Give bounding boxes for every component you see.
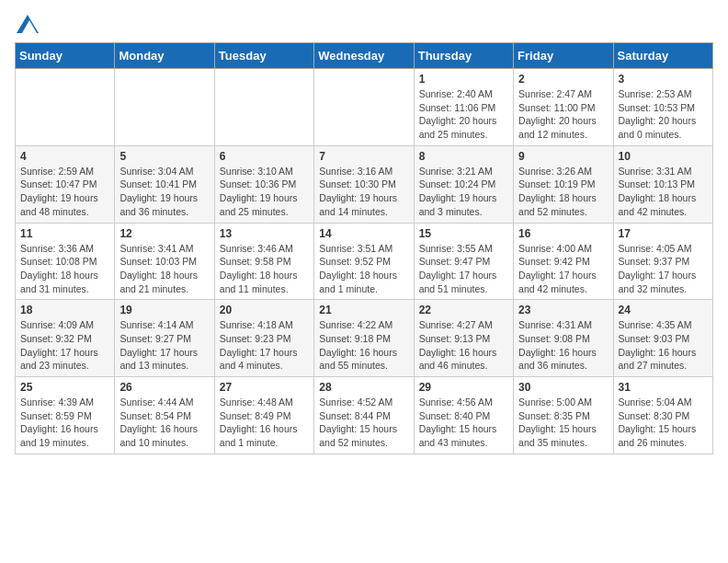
day-info: Sunrise: 4:35 AM Sunset: 9:03 PM Dayligh… (619, 318, 708, 373)
day-info: Sunrise: 3:55 AM Sunset: 9:47 PM Dayligh… (419, 242, 508, 296)
day-info: Sunrise: 4:48 AM Sunset: 8:49 PM Dayligh… (220, 396, 309, 450)
day-number: 6 (220, 150, 309, 163)
calendar-cell: 6Sunrise: 3:10 AM Sunset: 10:36 PM Dayli… (214, 145, 313, 223)
calendar-cell: 28Sunrise: 4:52 AM Sunset: 8:44 PM Dayli… (314, 377, 414, 454)
day-info: Sunrise: 5:04 AM Sunset: 8:30 PM Dayligh… (619, 396, 708, 450)
day-info: Sunrise: 4:52 AM Sunset: 8:44 PM Dayligh… (319, 396, 408, 450)
day-number: 22 (419, 304, 508, 316)
day-info: Sunrise: 4:00 AM Sunset: 9:42 PM Dayligh… (518, 242, 608, 296)
calendar-cell: 29Sunrise: 4:56 AM Sunset: 8:40 PM Dayli… (414, 377, 513, 454)
day-info: Sunrise: 2:40 AM Sunset: 11:06 PM Daylig… (419, 87, 508, 142)
logo-icon (17, 15, 39, 33)
day-info: Sunrise: 4:39 AM Sunset: 8:59 PM Dayligh… (20, 396, 109, 450)
day-number: 1 (419, 73, 508, 86)
calendar-cell: 13Sunrise: 3:46 AM Sunset: 9:58 PM Dayli… (214, 223, 313, 300)
day-header-friday: Friday (514, 43, 613, 69)
day-info: Sunrise: 3:10 AM Sunset: 10:36 PM Daylig… (220, 165, 309, 219)
day-number: 20 (220, 304, 309, 316)
day-info: Sunrise: 4:31 AM Sunset: 9:08 PM Dayligh… (518, 318, 608, 373)
day-number: 26 (119, 381, 209, 394)
calendar-cell: 12Sunrise: 3:41 AM Sunset: 10:03 PM Dayl… (115, 223, 214, 300)
calendar-cell: 21Sunrise: 4:22 AM Sunset: 9:18 PM Dayli… (314, 300, 414, 377)
calendar-week-row: 25Sunrise: 4:39 AM Sunset: 8:59 PM Dayli… (16, 377, 713, 454)
day-number: 28 (319, 381, 408, 394)
calendar-cell: 11Sunrise: 3:36 AM Sunset: 10:08 PM Dayl… (16, 223, 115, 300)
day-header-sunday: Sunday (16, 43, 115, 69)
day-number: 11 (20, 227, 109, 240)
day-info: Sunrise: 3:31 AM Sunset: 10:13 PM Daylig… (619, 165, 708, 219)
calendar-cell: 8Sunrise: 3:21 AM Sunset: 10:24 PM Dayli… (414, 145, 513, 223)
day-number: 4 (20, 150, 109, 163)
day-number: 9 (518, 150, 608, 163)
day-info: Sunrise: 3:51 AM Sunset: 9:52 PM Dayligh… (319, 242, 408, 296)
calendar-cell: 9Sunrise: 3:26 AM Sunset: 10:19 PM Dayli… (514, 145, 613, 223)
day-info: Sunrise: 4:14 AM Sunset: 9:27 PM Dayligh… (119, 318, 209, 373)
calendar-cell: 5Sunrise: 3:04 AM Sunset: 10:41 PM Dayli… (115, 145, 214, 223)
calendar-cell: 2Sunrise: 2:47 AM Sunset: 11:00 PM Dayli… (514, 69, 613, 146)
calendar-week-row: 18Sunrise: 4:09 AM Sunset: 9:32 PM Dayli… (16, 300, 713, 377)
day-info: Sunrise: 3:41 AM Sunset: 10:03 PM Daylig… (119, 242, 209, 296)
calendar-table: SundayMondayTuesdayWednesdayThursdayFrid… (15, 42, 713, 454)
day-number: 7 (319, 150, 408, 163)
calendar-cell: 23Sunrise: 4:31 AM Sunset: 9:08 PM Dayli… (514, 300, 613, 377)
day-number: 15 (419, 227, 508, 240)
day-number: 16 (518, 227, 608, 240)
day-number: 21 (319, 304, 408, 316)
day-info: Sunrise: 4:44 AM Sunset: 8:54 PM Dayligh… (119, 396, 209, 450)
day-number: 13 (220, 227, 309, 240)
calendar-cell: 24Sunrise: 4:35 AM Sunset: 9:03 PM Dayli… (613, 300, 712, 377)
calendar-cell: 15Sunrise: 3:55 AM Sunset: 9:47 PM Dayli… (414, 223, 513, 300)
day-info: Sunrise: 3:04 AM Sunset: 10:41 PM Daylig… (119, 165, 209, 219)
calendar-week-row: 4Sunrise: 2:59 AM Sunset: 10:47 PM Dayli… (16, 145, 713, 223)
day-number: 24 (619, 304, 708, 316)
calendar-cell: 26Sunrise: 4:44 AM Sunset: 8:54 PM Dayli… (115, 377, 214, 454)
calendar-cell: 4Sunrise: 2:59 AM Sunset: 10:47 PM Dayli… (16, 145, 115, 223)
calendar-cell: 14Sunrise: 3:51 AM Sunset: 9:52 PM Dayli… (314, 223, 414, 300)
day-info: Sunrise: 4:05 AM Sunset: 9:37 PM Dayligh… (619, 242, 708, 296)
day-header-saturday: Saturday (613, 43, 712, 69)
calendar-week-row: 11Sunrise: 3:36 AM Sunset: 10:08 PM Dayl… (16, 223, 713, 300)
calendar-week-row: 1Sunrise: 2:40 AM Sunset: 11:06 PM Dayli… (16, 69, 713, 146)
day-info: Sunrise: 4:22 AM Sunset: 9:18 PM Dayligh… (319, 318, 408, 373)
day-number: 29 (419, 381, 508, 394)
day-header-wednesday: Wednesday (314, 43, 414, 69)
calendar-cell: 27Sunrise: 4:48 AM Sunset: 8:49 PM Dayli… (214, 377, 313, 454)
day-info: Sunrise: 3:26 AM Sunset: 10:19 PM Daylig… (518, 165, 608, 219)
logo (15, 15, 39, 33)
day-info: Sunrise: 3:46 AM Sunset: 9:58 PM Dayligh… (220, 242, 309, 296)
day-info: Sunrise: 2:59 AM Sunset: 10:47 PM Daylig… (20, 165, 109, 219)
day-info: Sunrise: 2:53 AM Sunset: 10:53 PM Daylig… (619, 87, 708, 142)
page-header (15, 15, 713, 33)
day-info: Sunrise: 4:09 AM Sunset: 9:32 PM Dayligh… (20, 318, 109, 373)
calendar-cell: 22Sunrise: 4:27 AM Sunset: 9:13 PM Dayli… (414, 300, 513, 377)
day-header-monday: Monday (115, 43, 214, 69)
day-number: 30 (518, 381, 608, 394)
calendar-cell (16, 69, 115, 146)
calendar-cell: 18Sunrise: 4:09 AM Sunset: 9:32 PM Dayli… (16, 300, 115, 377)
day-header-thursday: Thursday (414, 43, 513, 69)
calendar-cell: 16Sunrise: 4:00 AM Sunset: 9:42 PM Dayli… (514, 223, 613, 300)
day-number: 14 (319, 227, 408, 240)
day-number: 18 (20, 304, 109, 316)
day-number: 5 (119, 150, 209, 163)
calendar-cell: 20Sunrise: 4:18 AM Sunset: 9:23 PM Dayli… (214, 300, 313, 377)
calendar-cell (214, 69, 313, 146)
day-number: 27 (220, 381, 309, 394)
day-number: 23 (518, 304, 608, 316)
day-info: Sunrise: 5:00 AM Sunset: 8:35 PM Dayligh… (518, 396, 608, 450)
calendar-cell: 19Sunrise: 4:14 AM Sunset: 9:27 PM Dayli… (115, 300, 214, 377)
calendar-cell: 25Sunrise: 4:39 AM Sunset: 8:59 PM Dayli… (16, 377, 115, 454)
day-info: Sunrise: 4:18 AM Sunset: 9:23 PM Dayligh… (220, 318, 309, 373)
calendar-cell: 30Sunrise: 5:00 AM Sunset: 8:35 PM Dayli… (514, 377, 613, 454)
calendar-cell (115, 69, 214, 146)
day-info: Sunrise: 4:27 AM Sunset: 9:13 PM Dayligh… (419, 318, 508, 373)
day-number: 2 (518, 73, 608, 86)
day-number: 3 (619, 73, 708, 86)
day-info: Sunrise: 4:56 AM Sunset: 8:40 PM Dayligh… (419, 396, 508, 450)
calendar-cell: 10Sunrise: 3:31 AM Sunset: 10:13 PM Dayl… (613, 145, 712, 223)
day-number: 31 (619, 381, 708, 394)
calendar-cell: 31Sunrise: 5:04 AM Sunset: 8:30 PM Dayli… (613, 377, 712, 454)
calendar-cell: 17Sunrise: 4:05 AM Sunset: 9:37 PM Dayli… (613, 223, 712, 300)
day-number: 8 (419, 150, 508, 163)
day-number: 19 (119, 304, 209, 316)
